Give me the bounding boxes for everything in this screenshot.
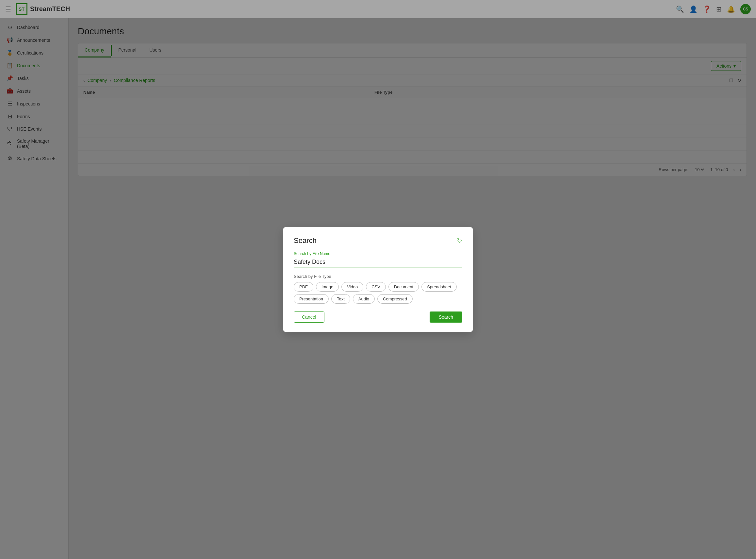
modal-title: Search	[294, 237, 317, 245]
chip-image[interactable]: Image	[316, 282, 339, 292]
modal-header: Search ↻	[294, 237, 462, 245]
modal-actions: Cancel Search	[294, 312, 462, 322]
chip-document[interactable]: Document	[388, 282, 419, 292]
search-button[interactable]: Search	[430, 312, 462, 322]
cancel-button[interactable]: Cancel	[294, 312, 324, 322]
chip-pdf[interactable]: PDF	[294, 282, 313, 292]
chip-presentation[interactable]: Presentation	[294, 294, 329, 304]
chip-spreadsheet[interactable]: Spreadsheet	[422, 282, 457, 292]
chip-audio[interactable]: Audio	[353, 294, 375, 304]
file-type-label: Search by File Type	[294, 274, 462, 279]
chip-csv[interactable]: CSV	[366, 282, 386, 292]
search-modal: Search ↻ Search by File Name Search by F…	[283, 227, 473, 332]
file-name-label: Search by File Name	[294, 251, 462, 256]
modal-overlay: Search ↻ Search by File Name Search by F…	[0, 0, 756, 559]
modal-refresh-icon[interactable]: ↻	[457, 237, 462, 245]
chip-video[interactable]: Video	[341, 282, 363, 292]
file-name-input[interactable]	[294, 257, 462, 267]
chip-text[interactable]: Text	[331, 294, 350, 304]
chip-compressed[interactable]: Compressed	[377, 294, 413, 304]
file-type-chips: PDF Image Video CSV Document Spreadsheet…	[294, 282, 462, 304]
